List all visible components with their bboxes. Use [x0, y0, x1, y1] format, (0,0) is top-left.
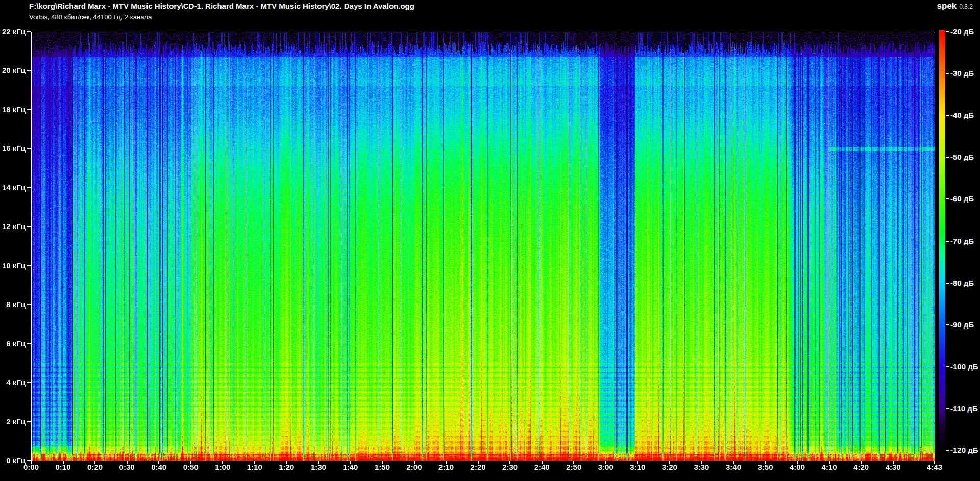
- x-axis-label: 1:30: [302, 463, 335, 471]
- x-axis-label: 0:10: [47, 463, 80, 471]
- spectrogram-canvas: [31, 32, 935, 461]
- x-axis-label: 1:00: [206, 463, 239, 471]
- x-axis-label: 2:10: [430, 463, 462, 471]
- colorbar-label: -60 дБ: [950, 194, 974, 203]
- x-axis-label: 3:30: [685, 463, 718, 471]
- colorbar-tick: [946, 283, 949, 284]
- x-axis-label: 2:40: [526, 463, 558, 471]
- colorbar-tick: [946, 408, 949, 409]
- colorbar-label: -50 дБ: [950, 153, 974, 161]
- x-axis-label: 3:40: [717, 463, 750, 471]
- y-axis-tick: [27, 148, 31, 149]
- colorbar-tick: [946, 198, 949, 199]
- x-axis-label: 4:20: [845, 463, 877, 471]
- colorbar-tick: [946, 241, 949, 242]
- colorbar-tick: [946, 450, 949, 451]
- stream-info: Vorbis, 480 кбит/сек, 44100 Гц, 2 канала: [29, 13, 152, 21]
- x-axis-label: 0:30: [111, 463, 143, 471]
- colorbar-tick: [946, 157, 949, 158]
- x-axis-label: 1:20: [270, 463, 303, 471]
- y-axis-label: 2 кГц: [0, 417, 26, 426]
- y-axis-label: 4 кГц: [0, 378, 26, 387]
- x-axis-label: 3:50: [749, 463, 782, 471]
- y-axis-label: 16 кГц: [0, 144, 26, 153]
- x-axis-label: 0:00: [15, 463, 47, 471]
- x-axis-label: 0:50: [175, 463, 207, 471]
- y-axis-tick: [27, 31, 31, 32]
- y-axis-label: 10 кГц: [0, 261, 26, 270]
- colorbar-gradient: [939, 30, 945, 462]
- y-axis-tick: [27, 187, 31, 188]
- y-axis-tick: [27, 421, 31, 422]
- y-axis-label: 8 кГц: [0, 300, 26, 309]
- colorbar-tick: [946, 115, 949, 116]
- colorbar-label: -110 дБ: [950, 404, 978, 413]
- x-axis-label: 2:20: [462, 463, 495, 471]
- x-axis-label: 2:50: [557, 463, 590, 471]
- file-path-title: F:\korg\Richard Marx - MTV Music History…: [29, 2, 414, 10]
- colorbar-label: -120 дБ: [950, 446, 978, 454]
- x-axis-label: 4:00: [781, 463, 814, 471]
- colorbar-tick: [946, 73, 949, 74]
- app-name: spek: [937, 1, 957, 11]
- colorbar-label: -40 дБ: [950, 111, 974, 119]
- x-axis-label: 2:00: [398, 463, 431, 471]
- y-axis-tick: [27, 109, 31, 110]
- x-axis-label: 1:50: [366, 463, 399, 471]
- y-axis-tick: [27, 343, 31, 344]
- x-axis-label: 1:40: [334, 463, 366, 471]
- y-axis-tick: [27, 304, 31, 305]
- y-axis-tick: [27, 70, 31, 71]
- y-axis-tick: [27, 226, 31, 227]
- colorbar-label: -80 дБ: [950, 279, 974, 287]
- x-axis-label: 3:10: [621, 463, 654, 471]
- x-axis-label: 0:40: [142, 463, 175, 471]
- colorbar-label: -20 дБ: [950, 27, 974, 36]
- y-axis-label: 12 кГц: [0, 222, 26, 231]
- y-axis-label: 14 кГц: [0, 183, 26, 192]
- y-axis-label: 22 кГц: [0, 27, 26, 36]
- x-axis-label: 0:20: [79, 463, 111, 471]
- colorbar-tick: [946, 31, 949, 32]
- x-axis-label: 4:10: [813, 463, 846, 471]
- x-axis-label: 1:10: [238, 463, 271, 471]
- y-axis-tick: [27, 382, 31, 383]
- app-logo: spek 0.8.2: [937, 1, 973, 11]
- x-axis-label: 4:30: [877, 463, 910, 471]
- colorbar-label: -70 дБ: [950, 237, 974, 245]
- y-axis-label: 20 кГц: [0, 66, 26, 74]
- x-axis-label: 4:43: [918, 463, 951, 471]
- y-axis-label: 6 кГц: [0, 339, 26, 348]
- colorbar-tick: [946, 366, 949, 367]
- x-axis-label: 2:30: [494, 463, 526, 471]
- colorbar-label: -30 дБ: [950, 69, 974, 78]
- spek-window: { "header": { "file_path": "F:\\korg\\Ri…: [0, 0, 980, 481]
- app-version: 0.8.2: [959, 3, 973, 10]
- x-axis-label: 3:20: [653, 463, 686, 471]
- colorbar-label: -100 дБ: [950, 362, 978, 371]
- y-axis-tick: [27, 265, 31, 266]
- y-axis-label: 18 кГц: [0, 105, 26, 114]
- colorbar-label: -90 дБ: [950, 320, 974, 329]
- colorbar-tick: [946, 324, 949, 325]
- x-axis-label: 3:00: [590, 463, 622, 471]
